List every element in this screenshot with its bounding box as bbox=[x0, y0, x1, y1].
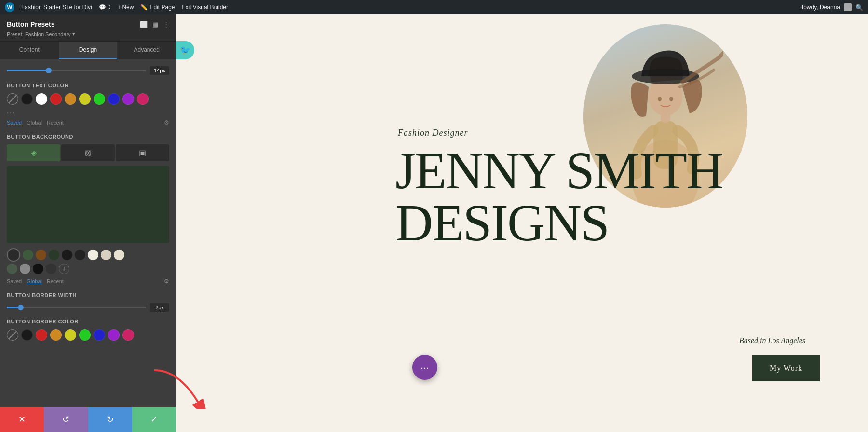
columns-icon[interactable]: ▦ bbox=[152, 21, 158, 28]
bg-swatch-4[interactable] bbox=[62, 250, 72, 260]
bg-settings-icon[interactable]: ⚙ bbox=[164, 278, 169, 285]
border-swatch-orange[interactable] bbox=[50, 329, 62, 341]
top-slider-value: 14px bbox=[150, 66, 169, 75]
bg-type-row: ◈ ▨ ▣ bbox=[7, 144, 169, 161]
border-color-swatches bbox=[7, 329, 169, 341]
new-link[interactable]: + New bbox=[117, 4, 134, 11]
saved-label[interactable]: Saved bbox=[7, 120, 22, 125]
bg-swatch-11[interactable] bbox=[33, 264, 43, 274]
bg-swatch-10[interactable] bbox=[20, 264, 30, 274]
bg-swatch-7[interactable] bbox=[101, 250, 111, 260]
border-swatch-black[interactable] bbox=[21, 329, 33, 341]
panel-title: Button Presets bbox=[7, 20, 55, 28]
main-content: Button Presets ⬜ ▦ ⋮ Preset: Fashion Sec… bbox=[0, 14, 868, 432]
bg-swatch-12[interactable] bbox=[46, 264, 56, 274]
swatch-purple[interactable] bbox=[122, 93, 134, 105]
border-swatch-green[interactable] bbox=[79, 329, 91, 341]
border-swatch-yellow[interactable] bbox=[65, 329, 76, 341]
comments-link[interactable]: 💬 0 bbox=[99, 4, 111, 11]
search-icon[interactable]: 🔍 bbox=[855, 4, 863, 11]
text-color-meta: Saved Global Recent ⚙ bbox=[7, 119, 169, 126]
left-panel: Button Presets ⬜ ▦ ⋮ Preset: Fashion Sec… bbox=[0, 14, 176, 432]
maximize-icon[interactable]: ⬜ bbox=[140, 21, 148, 28]
border-swatch-transparent[interactable] bbox=[7, 329, 18, 341]
fashion-subtitle: Fashion Designer bbox=[398, 128, 468, 138]
border-slider-value: 2px bbox=[150, 303, 169, 312]
bg-color-meta: Saved Global Recent ⚙ bbox=[7, 278, 169, 285]
svg-point-7 bbox=[669, 97, 673, 101]
swatch-green[interactable] bbox=[94, 93, 105, 105]
swatch-pink-red[interactable] bbox=[137, 93, 149, 105]
bg-swatch-row-2: + bbox=[7, 264, 169, 274]
panel-title-row: Button Presets ⬜ ▦ ⋮ bbox=[7, 20, 169, 28]
recent-label[interactable]: Recent bbox=[47, 120, 64, 125]
border-width-label: Button Border Width bbox=[7, 293, 169, 298]
admin-bar-right: Howdy, Deanna 🔍 bbox=[800, 3, 864, 11]
swatch-transparent[interactable] bbox=[7, 93, 18, 105]
preset-row: Preset: Fashion Secondary ▾ bbox=[7, 31, 169, 37]
bg-type-flat[interactable]: ◈ bbox=[7, 144, 60, 161]
wp-logo[interactable]: W bbox=[5, 2, 14, 12]
global-label[interactable]: Global bbox=[27, 120, 42, 125]
bg-swatch-9[interactable] bbox=[7, 264, 17, 274]
button-bg-label: Button Background bbox=[7, 134, 169, 139]
bg-swatch-3[interactable] bbox=[49, 250, 59, 260]
swatch-orange[interactable] bbox=[65, 93, 76, 105]
my-work-button[interactable]: My Work bbox=[752, 355, 820, 381]
bg-swatch-5[interactable] bbox=[75, 250, 85, 260]
undo-button[interactable]: ↺ bbox=[44, 407, 88, 432]
color-picker-button[interactable] bbox=[7, 248, 20, 262]
swatch-white[interactable] bbox=[36, 93, 47, 105]
tab-content[interactable]: Content bbox=[0, 42, 59, 59]
bg-swatch-1[interactable] bbox=[23, 250, 33, 260]
button-text-color-label: Button Text Color bbox=[7, 83, 169, 88]
bg-type-gradient[interactable]: ▨ bbox=[61, 144, 115, 161]
panel-tabs: Content Design Advanced bbox=[0, 42, 176, 59]
bg-swatch-row-1 bbox=[7, 248, 169, 262]
swatch-yellow[interactable] bbox=[79, 93, 91, 105]
bottom-action-bar: ✕ ↺ ↻ ✓ bbox=[0, 407, 176, 432]
divi-side-icon[interactable]: 🐦 bbox=[176, 41, 194, 59]
swatch-black[interactable] bbox=[21, 93, 33, 105]
add-swatch-button[interactable]: + bbox=[59, 264, 69, 274]
border-swatch-pink[interactable] bbox=[122, 329, 134, 341]
border-swatch-blue[interactable] bbox=[94, 329, 105, 341]
redo-button[interactable]: ↻ bbox=[88, 407, 132, 432]
fashion-page: 🐦 bbox=[176, 14, 868, 432]
border-swatch-purple[interactable] bbox=[108, 329, 120, 341]
save-button[interactable]: ✓ bbox=[132, 407, 176, 432]
howdy-text: Howdy, Deanna bbox=[800, 4, 841, 11]
tab-design[interactable]: Design bbox=[59, 42, 118, 59]
border-slider-track[interactable] bbox=[7, 307, 146, 308]
border-slider-row: 2px bbox=[7, 303, 169, 312]
top-slider-track[interactable] bbox=[7, 70, 146, 71]
bg-swatch-6[interactable] bbox=[88, 250, 98, 260]
fab-button[interactable]: ··· bbox=[412, 355, 437, 380]
border-color-label: Button Border Color bbox=[7, 319, 169, 324]
panel-header: Button Presets ⬜ ▦ ⋮ Preset: Fashion Sec… bbox=[0, 14, 176, 42]
border-swatch-red[interactable] bbox=[36, 329, 47, 341]
tab-advanced[interactable]: Advanced bbox=[117, 42, 176, 59]
preset-chevron[interactable]: ▾ bbox=[72, 31, 75, 37]
bg-swatch-2[interactable] bbox=[36, 250, 46, 260]
preset-label[interactable]: Preset: Fashion Secondary bbox=[7, 31, 71, 37]
cancel-button[interactable]: ✕ bbox=[0, 407, 44, 432]
swatch-blue[interactable] bbox=[108, 93, 120, 105]
bg-saved-label[interactable]: Saved bbox=[7, 279, 22, 284]
based-in-text: Based in Los Angeles bbox=[739, 336, 805, 345]
top-slider-row: 14px bbox=[7, 66, 169, 75]
bg-global-label[interactable]: Global bbox=[27, 279, 42, 284]
bg-type-image[interactable]: ▣ bbox=[116, 144, 169, 161]
color-settings-icon[interactable]: ⚙ bbox=[164, 119, 169, 126]
bg-color-preview[interactable] bbox=[7, 166, 169, 243]
admin-bar: W Fashion Starter Site for Divi 💬 0 + Ne… bbox=[0, 0, 868, 14]
bg-swatch-8[interactable] bbox=[114, 250, 124, 260]
more-icon[interactable]: ⋮ bbox=[163, 21, 169, 28]
exit-builder-link[interactable]: Exit Visual Builder bbox=[181, 4, 228, 11]
bg-recent-label[interactable]: Recent bbox=[47, 279, 64, 284]
edit-page-link[interactable]: ✏️ Edit Page bbox=[140, 4, 175, 11]
user-avatar[interactable] bbox=[844, 3, 852, 11]
more-colors-dots[interactable]: ··· bbox=[7, 109, 15, 116]
swatch-red[interactable] bbox=[50, 93, 62, 105]
site-name[interactable]: Fashion Starter Site for Divi bbox=[21, 4, 92, 11]
